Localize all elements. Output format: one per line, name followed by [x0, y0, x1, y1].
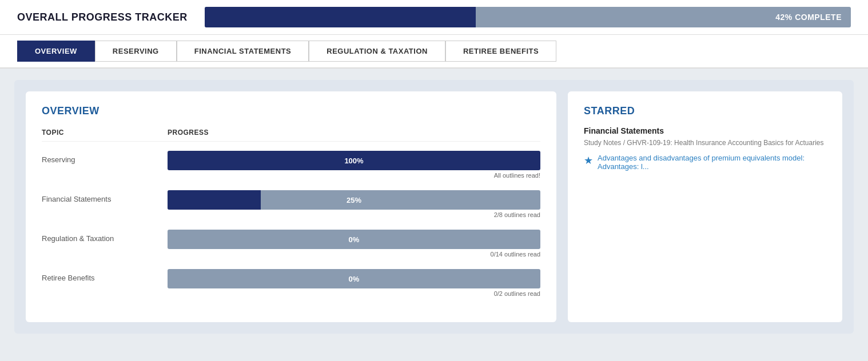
- topic-label-financial: Financial Statements: [42, 190, 156, 203]
- topic-label-retiree: Retiree Benefits: [42, 269, 156, 282]
- bar-text-reserving: 100%: [344, 157, 363, 165]
- progress-col-financial: 25% 2/8 outlines read: [168, 190, 540, 218]
- progress-col-regulation: 0% 0/14 outlines read: [168, 230, 540, 258]
- bar-outer-reserving: 100%: [168, 151, 540, 170]
- starred-item: ★ Advantages and disadvantages of premiu…: [584, 154, 826, 171]
- overall-progress-bar: 42% COMPLETE: [205, 7, 851, 27]
- col-topic-header: TOPIC: [42, 129, 156, 137]
- page-title: OVERALL PROGRESS TRACKER: [17, 11, 188, 23]
- header-bar: OVERALL PROGRESS TRACKER 42% COMPLETE: [0, 0, 868, 35]
- content-wrapper: OVERVIEW TOPIC PROGRESS Reserving 100% A…: [14, 80, 854, 334]
- table-row: Retiree Benefits 0% 0/2 outlines read: [42, 269, 540, 297]
- progress-bar-label: 42% COMPLETE: [775, 13, 842, 22]
- overview-panel: OVERVIEW TOPIC PROGRESS Reserving 100% A…: [26, 91, 556, 322]
- tab-overview[interactable]: OVERVIEW: [17, 41, 95, 62]
- bar-subtext-regulation: 0/14 outlines read: [168, 251, 540, 258]
- star-icon: ★: [584, 154, 593, 167]
- bar-subtext-retiree: 0/2 outlines read: [168, 290, 540, 297]
- bar-text-retiree: 0%: [349, 275, 360, 283]
- table-row: Regulation & Taxation 0% 0/14 outlines r…: [42, 230, 540, 258]
- bar-outer-retiree: 0%: [168, 269, 540, 288]
- col-progress-header: PROGRESS: [168, 129, 540, 137]
- bar-subtext-financial: 2/8 outlines read: [168, 211, 540, 218]
- bar-subtext-reserving: All outlines read!: [168, 172, 540, 179]
- bar-outer-regulation: 0%: [168, 230, 540, 249]
- table-row: Reserving 100% All outlines read!: [42, 151, 540, 179]
- tabs-bar: OVERVIEW RESERVING FINANCIAL STATEMENTS …: [0, 35, 868, 69]
- starred-category: Financial Statements: [584, 126, 826, 135]
- tab-regulation-taxation[interactable]: REGULATION & TAXATION: [309, 41, 445, 62]
- bar-inner-financial: [168, 190, 261, 210]
- overview-title: OVERVIEW: [42, 105, 540, 117]
- progress-col-reserving: 100% All outlines read!: [168, 151, 540, 179]
- bar-text-regulation: 0%: [349, 235, 360, 244]
- bar-text-financial: 25%: [347, 196, 361, 204]
- starred-path: Study Notes / GHVR-109-19: Health Insura…: [584, 139, 826, 147]
- progress-col-retiree: 0% 0/2 outlines read: [168, 269, 540, 297]
- main-content: OVERVIEW TOPIC PROGRESS Reserving 100% A…: [0, 69, 868, 345]
- starred-title: STARRED: [584, 105, 826, 117]
- table-header: TOPIC PROGRESS: [42, 129, 540, 142]
- tab-reserving[interactable]: RESERVING: [95, 41, 177, 62]
- starred-panel: STARRED Financial Statements Study Notes…: [568, 91, 842, 322]
- table-row: Financial Statements 25% 2/8 outlines re…: [42, 190, 540, 218]
- topic-label-regulation: Regulation & Taxation: [42, 230, 156, 243]
- tab-retiree-benefits[interactable]: RETIREE BENEFITS: [445, 41, 556, 62]
- bar-outer-financial: 25%: [168, 190, 540, 210]
- progress-bar-fill: [205, 7, 476, 27]
- starred-link[interactable]: Advantages and disadvantages of premium …: [598, 154, 826, 171]
- topic-label-reserving: Reserving: [42, 151, 156, 164]
- tab-financial-statements[interactable]: FINANCIAL STATEMENTS: [177, 41, 309, 62]
